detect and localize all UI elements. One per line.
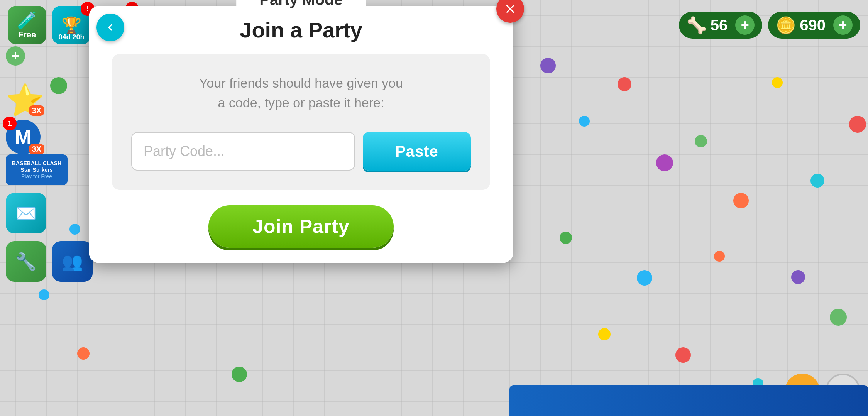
group-button[interactable]: 👥 bbox=[52, 241, 93, 282]
back-button[interactable] bbox=[96, 14, 124, 41]
game-dot bbox=[656, 154, 673, 171]
paste-button[interactable]: Paste bbox=[363, 132, 471, 171]
party-modal: Party Mode Join a Party Your friends sho… bbox=[89, 6, 513, 263]
boost-multiplier: 3X bbox=[29, 105, 44, 116]
modal-tab: Party Mode bbox=[236, 0, 366, 13]
bottom-progress-bar bbox=[509, 385, 868, 416]
game-dot bbox=[560, 232, 572, 244]
input-row: Paste bbox=[131, 132, 471, 171]
mail-button[interactable]: ✉️ bbox=[6, 193, 46, 233]
game-dot bbox=[830, 309, 847, 326]
bottom-sidebar-row: 🔧 👥 bbox=[6, 241, 93, 282]
settings-button[interactable]: 🔧 bbox=[6, 241, 46, 282]
game-dot bbox=[675, 347, 691, 363]
modal-title: Join a Party bbox=[112, 17, 490, 42]
close-icon bbox=[503, 2, 517, 16]
group-icon: 👥 bbox=[62, 252, 83, 272]
star-boost[interactable]: ⭐ 3X bbox=[6, 85, 44, 116]
modal-body: Join a Party Your friends should have gi… bbox=[89, 6, 513, 248]
game-dot bbox=[39, 289, 49, 300]
game-dot bbox=[695, 135, 707, 147]
hint-text: Your friends should have given youa code… bbox=[131, 73, 471, 113]
modal-tab-title: Party Mode bbox=[259, 0, 343, 8]
ad-cta: Play for Free bbox=[21, 173, 52, 179]
game-dot bbox=[232, 367, 247, 382]
game-dot bbox=[540, 58, 556, 73]
game-dot bbox=[77, 347, 90, 360]
party-code-input[interactable] bbox=[131, 132, 355, 171]
game-dot bbox=[579, 116, 590, 127]
game-dot bbox=[598, 328, 611, 340]
game-dot bbox=[849, 116, 866, 133]
game-dot bbox=[714, 251, 725, 262]
game-dot bbox=[810, 174, 824, 188]
game-dot bbox=[733, 193, 749, 208]
game-dot bbox=[772, 77, 783, 88]
back-arrow-icon bbox=[103, 20, 117, 34]
left-sidebar: BASEBALL CLASH Star Strikers Play for Fr… bbox=[6, 154, 93, 282]
ad-banner[interactable]: BASEBALL CLASH Star Strikers Play for Fr… bbox=[6, 154, 68, 185]
boost-add-button[interactable]: + bbox=[6, 46, 41, 81]
mail-icon: ✉️ bbox=[15, 203, 37, 223]
join-party-button[interactable]: Join Party bbox=[208, 205, 394, 248]
m-boost-multiplier: 3X bbox=[29, 144, 44, 154]
m-boost-badge: 1 bbox=[3, 117, 17, 130]
ad-title: BASEBALL CLASH Star Strikers bbox=[7, 160, 66, 173]
wrench-icon: 🔧 bbox=[15, 252, 37, 272]
code-entry-box: Your friends should have given youa code… bbox=[112, 54, 490, 190]
boost-area: + ⭐ 3X M 1 3X bbox=[6, 46, 44, 154]
m-boost[interactable]: M 1 3X bbox=[6, 120, 44, 154]
game-dot bbox=[50, 77, 67, 94]
game-dot bbox=[618, 77, 631, 91]
game-dot bbox=[791, 270, 805, 284]
game-dot bbox=[637, 270, 652, 286]
